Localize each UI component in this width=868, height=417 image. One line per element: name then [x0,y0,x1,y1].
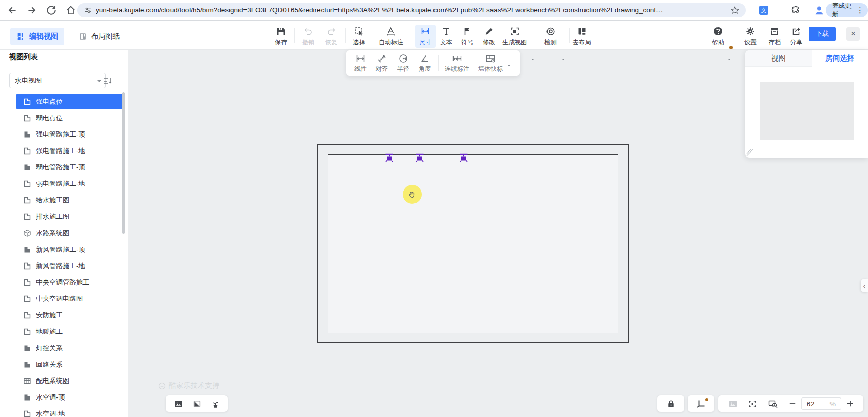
view-item[interactable]: 地暖施工 [16,324,122,339]
profile-avatar[interactable] [814,5,825,16]
chrome-menu-icon[interactable]: ⋮ [856,6,864,15]
blackwhite-toggle-button[interactable] [193,400,201,408]
electric-symbol[interactable] [415,153,424,163]
view-item[interactable]: 排水施工图 [16,209,122,224]
view-item[interactable]: 弱电管路施工-顶 [16,160,122,175]
list-sort-icon[interactable] [103,76,113,86]
tab-edit-view[interactable]: 编辑视图 [10,28,64,45]
radius-dimension-button[interactable]: 半径 [397,53,409,73]
view-item[interactable]: 弱电点位 [16,110,122,126]
url-bar[interactable]: yun-beta.kujiale.com/cloud/tool/h5/bim?d… [77,3,746,17]
redo-button[interactable]: 恢复 [325,26,337,47]
room-outline-inner[interactable] [328,154,618,333]
angle-dimension-button[interactable]: 角度 [419,53,431,73]
toolbar-divider [294,28,295,43]
base-image-button[interactable] [174,399,183,409]
view-group-value: 水电视图 [15,76,42,85]
room-thumbnail[interactable] [760,82,854,140]
fit-view-button[interactable] [748,399,758,409]
auto-dimension-icon [386,26,396,36]
zoom-in-button[interactable] [846,400,854,408]
view-item[interactable]: 新风管路施工-地 [16,258,122,274]
home-icon[interactable] [65,5,77,16]
axis-button[interactable] [688,395,714,412]
view-item[interactable]: 中央空调电路图 [16,291,122,307]
view-group-select[interactable]: 水电视图 [9,73,106,88]
view-item[interactable]: 灯控关系 [16,340,122,356]
detect-dropdown-caret[interactable] [562,59,565,62]
aligned-dimension-button[interactable]: 对齐 [375,53,388,73]
tab-label: 编辑视图 [29,32,58,41]
extensions-puzzle-icon[interactable] [790,5,800,15]
tab-room-select[interactable]: 房间选择 [812,50,868,67]
view-item[interactable]: 新风管路施工-顶 [16,242,122,257]
close-button[interactable]: × [846,27,860,41]
zoom-controls-group: 62 % [718,395,863,412]
linear-dimension-button[interactable]: 线性 [354,53,367,73]
tool-label: 恢复 [325,38,337,47]
archive-button[interactable]: 存档 [768,26,781,47]
generate-view-button[interactable]: 生成视图 [502,26,527,47]
chrome-update-button[interactable]: 完成更新 ⋮ [826,3,868,17]
lock-button[interactable] [657,395,684,412]
view-item[interactable]: 水空调-地 [16,406,122,417]
floorplan-icon [23,213,31,221]
zoom-value: 62 [807,400,814,408]
share-icon [791,26,801,36]
view-item-strong-power-points[interactable]: 强电点位 [16,94,122,109]
to-layout-button[interactable]: 去布局 [573,26,591,47]
app-logo-icon [16,32,26,41]
detect-button[interactable]: 检测 [544,26,557,47]
view-item[interactable]: 给水施工图 [16,193,122,208]
view-item[interactable]: 水路系统图 [16,225,122,241]
auto-dimension-button[interactable]: 自动标注 [379,26,403,47]
settings-button[interactable]: 设置 [744,26,757,47]
collapse-panel-chevron[interactable]: ‹ [861,279,868,292]
view-item[interactable]: 强电管路施工-顶 [16,127,122,142]
help-dropdown-caret[interactable] [728,59,731,62]
view-item[interactable]: 安防施工 [16,308,122,323]
view-item-label: 弱电点位 [36,113,63,123]
wall-quick-dimension-button[interactable]: 墙体快标 [478,53,503,73]
tab-view[interactable]: 视图 [745,50,812,67]
symbol-tool-button[interactable]: 符号 [461,26,474,47]
site-settings-icon[interactable] [83,6,92,15]
text-tool-button[interactable]: 文本 [440,26,452,47]
view-item[interactable]: 配电系统图 [16,373,122,389]
view-item[interactable]: 回路关系 [16,357,122,372]
panel-resize-handle[interactable] [746,149,753,156]
continuous-dimension-button[interactable]: 连续标注 [445,53,469,73]
electric-symbol[interactable] [459,153,468,163]
help-notification-dot [729,46,733,49]
translate-extension-icon[interactable]: 文 [759,6,768,15]
tool-label: 去布局 [573,38,591,47]
lock-icon [666,399,676,409]
zoom-out-button[interactable] [788,400,797,408]
help-button[interactable]: 帮助 [712,26,724,47]
reload-icon[interactable] [46,5,57,16]
view-item[interactable]: 水空调-顶 [16,390,122,405]
tab-layout-sheet[interactable]: 布局图纸 [72,28,126,45]
furniture-toggle-button[interactable] [211,399,220,409]
forward-icon[interactable] [26,5,37,16]
to-layout-icon [577,26,587,36]
floorplan-filled-icon [23,344,31,352]
electric-symbol[interactable] [385,153,394,163]
back-icon[interactable] [7,5,18,16]
modify-tool-button[interactable]: 修改 [483,26,495,47]
download-button[interactable]: 下载 [809,27,836,41]
view-item[interactable]: 强电管路施工-地 [16,143,122,159]
view-item[interactable]: 中央空调管路施工 [16,275,122,290]
wall-quick-dropdown-caret[interactable] [507,65,511,68]
undo-button[interactable]: 撤销 [302,26,314,47]
zoom-level-input[interactable]: 62 % [801,397,841,410]
sidebar-scrollbar[interactable] [122,92,125,234]
dimension-tool-button[interactable]: 尺寸 [415,25,436,48]
save-button[interactable]: 保存 [275,26,287,47]
select-tool-button[interactable]: 选择 [353,26,365,47]
generate-view-dropdown-caret[interactable] [531,59,534,62]
view-item[interactable]: 弱电管路施工-地 [16,176,122,192]
bookmark-star-icon[interactable] [730,6,740,15]
share-button[interactable]: 分享 [790,26,802,47]
zoom-window-button[interactable] [768,399,778,409]
